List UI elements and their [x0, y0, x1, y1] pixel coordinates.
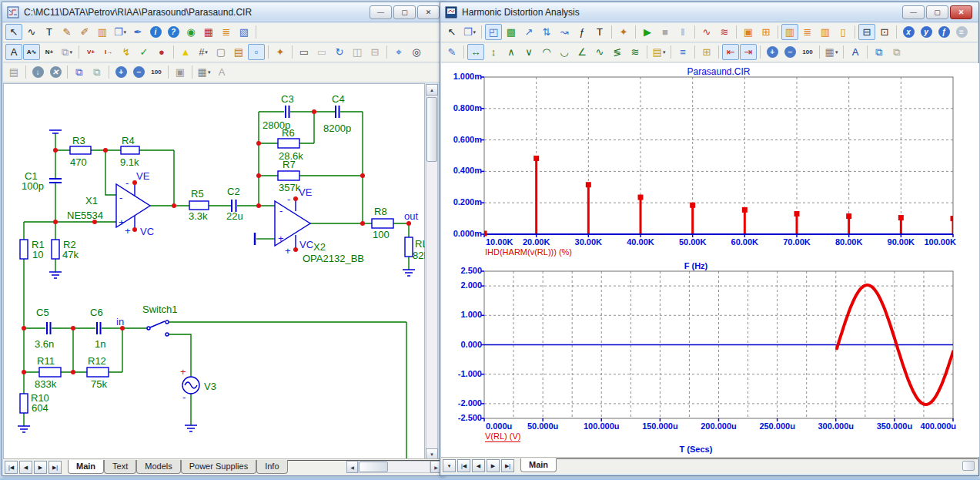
zoom-100-icon[interactable]: 100: [148, 64, 165, 80]
capacitor-c5[interactable]: [47, 322, 51, 334]
peak-icon[interactable]: ∧: [503, 44, 520, 60]
power-markers-icon[interactable]: ↯: [118, 44, 135, 60]
ruler-horiz-icon[interactable]: ≣: [799, 24, 816, 40]
zoom-in-icon[interactable]: +: [112, 64, 129, 80]
browser-icon[interactable]: ◉: [182, 24, 199, 40]
resistor-r12[interactable]: [87, 368, 109, 377]
paste-waveform-icon[interactable]: ▤▾: [651, 44, 667, 60]
maximize-button[interactable]: ▢: [393, 5, 416, 19]
switch-throw-lower[interactable]: [166, 333, 169, 336]
send-back-icon[interactable]: ⧉: [89, 64, 105, 80]
page-first-button[interactable]: |◀: [5, 461, 18, 474]
wire-mode-icon[interactable]: ∿: [23, 24, 40, 40]
analysis-limits-icon[interactable]: ∿: [698, 24, 715, 40]
ruler-right-icon[interactable]: ▥: [817, 24, 834, 40]
info-page-icon[interactable]: ▤: [5, 64, 22, 80]
function-mode-icon[interactable]: ƒ: [574, 24, 590, 40]
node-numbers-icon[interactable]: N+: [41, 44, 58, 60]
font-tool-icon[interactable]: A: [213, 64, 230, 80]
bring-front-icon[interactable]: ⧉: [871, 44, 888, 60]
fx-settings-icon[interactable]: ƒ: [935, 24, 952, 40]
new-page-icon[interactable]: ▢: [212, 44, 229, 60]
tab-models[interactable]: Models: [136, 460, 180, 474]
cursor-left-icon[interactable]: ⇤: [722, 44, 739, 60]
text-tool-icon[interactable]: T: [591, 24, 608, 40]
attribute-node-icon[interactable]: A∿: [23, 44, 40, 60]
hscroll-thumb[interactable]: [359, 462, 388, 472]
resistor-r8[interactable]: [372, 219, 393, 228]
current-markers-icon[interactable]: I→: [100, 44, 117, 60]
resistor-r6[interactable]: [278, 139, 299, 148]
switch-throw-upper[interactable]: [166, 321, 169, 324]
page-next-button[interactable]: ▶: [34, 461, 47, 474]
bring-front-icon[interactable]: ⧉: [71, 64, 88, 80]
send-back-icon[interactable]: ⧉: [888, 44, 905, 60]
find-icon[interactable]: ◎: [408, 44, 425, 60]
ruler-plain-icon[interactable]: ▯: [835, 24, 851, 40]
minimize-button[interactable]: —: [370, 5, 392, 19]
data-points-icon[interactable]: ▣: [740, 24, 757, 40]
find-part-icon[interactable]: ⌖: [390, 44, 407, 60]
sheet-edit-icon[interactable]: ▧: [236, 24, 253, 40]
zoom-box-icon[interactable]: ↗: [520, 24, 537, 40]
resistor-r2[interactable]: [52, 240, 59, 259]
high-icon[interactable]: ◠: [538, 44, 555, 60]
numeric-output-icon[interactable]: ≡: [674, 44, 691, 60]
split-vertical-icon[interactable]: ⊡: [876, 24, 893, 40]
properties-icon[interactable]: ✦: [615, 24, 632, 40]
inflection-icon[interactable]: ∿: [591, 44, 608, 60]
stepping-icon[interactable]: ≋: [716, 24, 733, 40]
scope-mode-icon[interactable]: ◰: [485, 24, 502, 40]
global-high-icon[interactable]: ≶: [609, 44, 626, 60]
rotate-icon[interactable]: ↻: [331, 44, 348, 60]
valley-icon[interactable]: ∨: [520, 44, 537, 60]
zoom-100-icon[interactable]: 100: [799, 44, 816, 60]
slope-icon[interactable]: ∠: [574, 44, 590, 60]
split-horizontal-icon[interactable]: ⊟: [858, 24, 875, 40]
text-page-icon[interactable]: ▤: [230, 44, 247, 60]
cursor-horizontal-icon[interactable]: ↔: [467, 44, 484, 60]
edit-curve-icon[interactable]: ✎: [443, 44, 460, 60]
tab-info[interactable]: Info: [256, 460, 287, 474]
resistor-r4[interactable]: [121, 146, 139, 154]
x-axis-settings-icon[interactable]: x: [900, 24, 917, 40]
image-export-icon[interactable]: ▣: [172, 64, 189, 80]
tab-main[interactable]: Main: [520, 458, 557, 472]
pause-button[interactable]: ‖: [674, 24, 691, 40]
search-icon[interactable]: ≡: [953, 24, 970, 40]
next-curve-icon[interactable]: ↝: [556, 24, 573, 40]
flip-v-icon[interactable]: ⊟: [366, 44, 383, 60]
tab-text[interactable]: Text: [104, 460, 136, 474]
condition-markers-icon[interactable]: ✓: [135, 44, 152, 60]
bill-of-materials-icon[interactable]: ▦: [200, 24, 217, 40]
zoom-out-icon[interactable]: −: [781, 44, 798, 60]
probe-icon[interactable]: ✒: [129, 24, 146, 40]
capacitor-c6[interactable]: [97, 322, 101, 334]
zoom-out-icon[interactable]: −: [130, 64, 147, 80]
stop-mark-icon[interactable]: ✕: [47, 64, 64, 80]
token-grid-icon[interactable]: ⊞: [758, 24, 774, 40]
capacitor-c1[interactable]: [49, 179, 62, 183]
resistor-r3[interactable]: [70, 146, 91, 154]
polygon-draw-icon[interactable]: ✐: [76, 24, 93, 40]
flip-h-icon[interactable]: ◫: [349, 44, 366, 60]
pane-grid-icon[interactable]: ▦▾: [823, 44, 840, 60]
run-button[interactable]: ▶: [639, 24, 656, 40]
y-axis-settings-icon[interactable]: y: [918, 24, 935, 40]
maximize-button[interactable]: ▢: [926, 5, 948, 19]
region-box-icon[interactable]: ▭: [313, 44, 330, 60]
select-frame-icon[interactable]: ▭: [296, 44, 313, 60]
close-button[interactable]: ✕: [417, 5, 440, 19]
rubberband-icon[interactable]: ▫: [248, 44, 265, 60]
help-icon[interactable]: ?: [165, 24, 182, 40]
plot-area[interactable]: [441, 63, 979, 457]
ruler-left-icon[interactable]: ▥: [781, 24, 798, 40]
page-last-button[interactable]: ▶|: [501, 459, 514, 472]
clipboard-icon[interactable]: ❐▾: [112, 24, 129, 40]
hscroll-left-button[interactable]: ◀: [346, 461, 358, 473]
close-button[interactable]: ✕: [950, 5, 972, 19]
text-mode-icon[interactable]: T: [41, 24, 58, 40]
stop-button[interactable]: ■: [657, 24, 674, 40]
pin-connections-icon[interactable]: ●: [153, 44, 170, 60]
analysis-hscroll-thumb[interactable]: [962, 461, 975, 471]
